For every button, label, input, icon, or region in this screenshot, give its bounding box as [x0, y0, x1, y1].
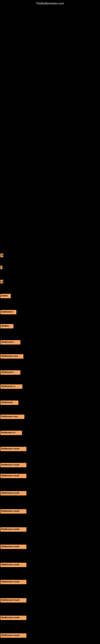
bottleneck-result-label: Bottleneck result: [0, 491, 26, 496]
bottleneck-result-label: Bottleneck re: [0, 431, 22, 435]
bottleneck-result-label: Bottleneck result: [0, 527, 26, 532]
bottleneck-result-label: Bottleneck result: [0, 447, 26, 451]
bottleneck-result-label: Bottleneck result: [0, 633, 26, 638]
bottleneck-result-label: Bottleneck result: [0, 544, 26, 549]
site-title: TheBottlenecker.com: [36, 2, 64, 5]
bottleneck-result-label: Bottleneck r: [0, 340, 20, 344]
bottleneck-result-label: Bottleneck resu: [0, 354, 23, 359]
bottleneck-result-label: Bottleneck re: [0, 384, 22, 389]
bottleneck-result-label: Bottleneck r: [0, 370, 20, 375]
bottleneck-result-label: Bottleneck result: [0, 598, 26, 602]
bottleneck-result-label: Bottleneck result: [0, 616, 26, 620]
bottleneck-result-label: Bottlen: [0, 324, 13, 328]
bottleneck-result-label: B: [0, 254, 3, 257]
bottleneck-result-label: B: [0, 280, 3, 283]
bottleneck-result-label: Bottleneck result: [0, 580, 26, 584]
bottleneck-result-label: Bottleneck resu: [0, 414, 24, 419]
bottleneck-result-label: Bottle: [0, 294, 11, 298]
bottleneck-result-label: Bottleneck: [0, 310, 16, 314]
bottleneck-result-label: Bottleneck result: [0, 509, 26, 514]
bottleneck-result-label: Bottleneck result: [0, 463, 26, 467]
bottleneck-result-label: Bottleneck result: [0, 474, 26, 478]
bottleneck-result-label: Bottleneck result: [0, 563, 26, 567]
bottleneck-result-label: Bottleneck: [0, 400, 18, 405]
bottleneck-result-label: |: [0, 266, 2, 269]
